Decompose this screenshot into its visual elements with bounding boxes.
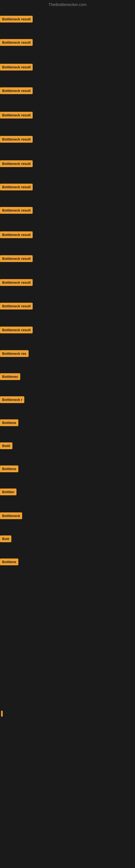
bottleneck-item-7: Bottleneck result (0, 160, 33, 168)
bottleneck-item-1: Bottleneck result (0, 16, 33, 24)
bottleneck-badge-7: Bottleneck result (0, 160, 33, 167)
bottleneck-badge-16: Bottlenec (0, 373, 20, 380)
bottleneck-badge-21: Bottlen (0, 489, 16, 495)
items-container: Bottleneck resultBottleneck resultBottle… (0, 10, 135, 579)
bottleneck-badge-13: Bottleneck result (0, 303, 33, 310)
bottleneck-item-23: Bott (0, 535, 11, 543)
bottleneck-badge-2: Bottleneck result (0, 39, 33, 46)
bottleneck-badge-12: Bottleneck result (0, 279, 33, 286)
bottleneck-item-2: Bottleneck result (0, 39, 33, 47)
bottleneck-badge-17: Bottleneck r (0, 396, 24, 403)
bottleneck-item-11: Bottleneck result (0, 255, 33, 263)
bottleneck-item-6: Bottleneck result (0, 136, 33, 144)
bottleneck-item-19: Bottl (0, 442, 12, 450)
bottleneck-item-8: Bottleneck result (0, 184, 33, 191)
page-wrapper: TheBottlenecker.com Bottleneck resultBot… (0, 0, 135, 868)
bottleneck-badge-1: Bottleneck result (0, 16, 33, 23)
bottleneck-badge-18: Bottlene (0, 420, 18, 426)
bottleneck-item-18: Bottlene (0, 420, 18, 427)
bottleneck-badge-22: Bottleneck (0, 513, 22, 519)
bottleneck-item-14: Bottleneck result (0, 327, 33, 335)
bottleneck-item-9: Bottleneck result (0, 207, 33, 215)
bottleneck-badge-3: Bottleneck result (0, 64, 33, 70)
bottleneck-badge-6: Bottleneck result (0, 136, 33, 143)
bottleneck-badge-15: Bottleneck res (0, 350, 29, 357)
bottleneck-item-16: Bottlenec (0, 373, 20, 381)
bottleneck-item-15: Bottleneck res (0, 350, 29, 358)
bottleneck-item-24: Bottlene (0, 558, 18, 566)
bottleneck-badge-14: Bottleneck result (0, 327, 33, 333)
bottleneck-item-17: Bottleneck r (0, 396, 24, 404)
page-header: TheBottlenecker.com (0, 0, 135, 10)
bottleneck-item-5: Bottleneck result (0, 112, 33, 120)
small-indicator-area (1, 711, 3, 718)
bottleneck-item-20: Bottlene (0, 465, 18, 473)
bottleneck-badge-4: Bottleneck result (0, 87, 33, 94)
bottleneck-badge-24: Bottlene (0, 558, 18, 565)
bottleneck-badge-11: Bottleneck result (0, 255, 33, 262)
bottleneck-item-12: Bottleneck result (0, 279, 33, 287)
bottleneck-badge-9: Bottleneck result (0, 207, 33, 214)
bottleneck-item-10: Bottleneck result (0, 231, 33, 239)
bottleneck-item-3: Bottleneck result (0, 64, 33, 72)
small-indicator-badge (1, 711, 3, 717)
bottleneck-badge-8: Bottleneck result (0, 184, 33, 190)
bottleneck-badge-5: Bottleneck result (0, 112, 33, 119)
bottleneck-badge-19: Bottl (0, 442, 12, 449)
site-title: TheBottlenecker.com (49, 2, 87, 7)
bottleneck-item-21: Bottlen (0, 489, 16, 496)
bottleneck-badge-20: Bottlene (0, 465, 18, 472)
bottleneck-item-4: Bottleneck result (0, 87, 33, 95)
bottleneck-item-22: Bottleneck (0, 513, 22, 520)
bottleneck-item-13: Bottleneck result (0, 303, 33, 311)
bottleneck-badge-23: Bott (0, 535, 11, 542)
bottleneck-badge-10: Bottleneck result (0, 231, 33, 238)
